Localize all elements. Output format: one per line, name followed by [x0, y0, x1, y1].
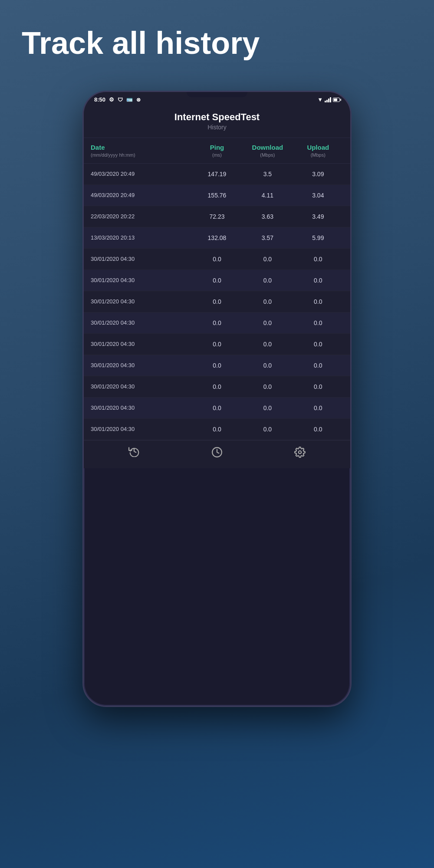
- cell-date: 30/01/2020 04:30: [91, 383, 192, 390]
- cell-ping: 0.0: [192, 277, 242, 284]
- table-rows-container: 49/03/2020 20:49 147.19 3.5 3.09 49/03/2…: [84, 164, 350, 440]
- cell-ping: 0.0: [192, 383, 242, 390]
- nav-speedtest[interactable]: [211, 447, 223, 459]
- col-header-download: Download (Mbps): [242, 143, 293, 158]
- cell-ping: 0.0: [192, 404, 242, 411]
- cell-date: 30/01/2020 04:30: [91, 362, 192, 369]
- wifi-icon: ▼: [317, 96, 323, 103]
- svg-point-1: [299, 451, 302, 454]
- table-row: 30/01/2020 04:30 0.0 0.0 0.0: [84, 419, 350, 440]
- cell-download: 3.57: [242, 234, 293, 241]
- table-row: 30/01/2020 04:30 0.0 0.0 0.0: [84, 376, 350, 398]
- cell-date: 30/01/2020 04:30: [91, 298, 192, 305]
- cell-date: 30/01/2020 04:30: [91, 277, 192, 284]
- battery-icon: [333, 98, 340, 102]
- table-row: 30/01/2020 04:30 0.0 0.0 0.0: [84, 355, 350, 376]
- nav-history[interactable]: [128, 446, 140, 460]
- phone-mockup: 8:50 ⚙ 🛡 🪪 ⊗ ▼: [82, 91, 352, 707]
- cell-upload: 0.0: [293, 319, 343, 326]
- cell-ping: 0.0: [192, 256, 242, 263]
- cell-date: 30/01/2020 04:30: [91, 341, 192, 348]
- shield-icon: 🛡: [118, 97, 123, 103]
- table-row: 30/01/2020 04:30 0.0 0.0 0.0: [84, 249, 350, 270]
- cell-upload: 0.0: [293, 362, 343, 369]
- col-header-upload: Upload (Mbps): [293, 143, 343, 158]
- table-row: 30/01/2020 04:30 0.0 0.0 0.0: [84, 270, 350, 291]
- table-row: 30/01/2020 04:30 0.0 0.0 0.0: [84, 398, 350, 419]
- cell-date: 30/01/2020 04:30: [91, 319, 192, 326]
- bottom-nav: [84, 440, 350, 468]
- cell-download: 0.0: [242, 319, 293, 326]
- signal-icon: [325, 97, 331, 102]
- table-row: 30/01/2020 04:30 0.0 0.0 0.0: [84, 312, 350, 334]
- cell-download: 4.11: [242, 192, 293, 199]
- table-row: 49/03/2020 20:49 147.19 3.5 3.09: [84, 164, 350, 185]
- cell-download: 0.0: [242, 404, 293, 411]
- cell-upload: 3.49: [293, 213, 343, 220]
- cell-ping: 72.23: [192, 213, 242, 220]
- cell-ping: 147.19: [192, 171, 242, 178]
- cell-upload: 5.99: [293, 234, 343, 241]
- table-row: 30/01/2020 04:30 0.0 0.0 0.0: [84, 291, 350, 312]
- phone-notch: [187, 92, 247, 97]
- cell-download: 0.0: [242, 277, 293, 284]
- cell-upload: 0.0: [293, 256, 343, 263]
- cell-ping: 132.08: [192, 234, 242, 241]
- col-header-ping: Ping (ms): [192, 143, 242, 158]
- time-display: 8:50: [94, 96, 105, 103]
- col-header-date: Date (mm/dd/yyyy hh:mm): [91, 143, 192, 158]
- table-row: 30/01/2020 04:30 0.0 0.0 0.0: [84, 334, 350, 355]
- cell-date: 22/03/2020 20:22: [91, 213, 192, 220]
- cell-upload: 0.0: [293, 341, 343, 348]
- cell-download: 0.0: [242, 426, 293, 433]
- nav-settings[interactable]: [294, 447, 306, 459]
- settings-icon: [294, 447, 306, 459]
- headline: Track all history: [0, 0, 434, 78]
- cell-download: 0.0: [242, 256, 293, 263]
- app-title: Internet SpeedTest: [92, 112, 342, 123]
- cell-ping: 0.0: [192, 298, 242, 305]
- cell-date: 30/01/2020 04:30: [91, 404, 192, 411]
- cell-download: 0.0: [242, 362, 293, 369]
- cell-ping: 0.0: [192, 319, 242, 326]
- cell-date: 13/03/2020 20:13: [91, 234, 192, 241]
- table-row: 13/03/2020 20:13 132.08 3.57 5.99: [84, 227, 350, 249]
- wallet-icon: 🪪: [126, 97, 133, 103]
- ring-icon: ⊗: [136, 97, 141, 103]
- cell-upload: 0.0: [293, 404, 343, 411]
- cell-ping: 0.0: [192, 341, 242, 348]
- cell-date: 49/03/2020 20:49: [91, 171, 192, 178]
- cell-upload: 0.0: [293, 298, 343, 305]
- cell-download: 3.5: [242, 171, 293, 178]
- cell-download: 0.0: [242, 383, 293, 390]
- cell-download: 0.0: [242, 298, 293, 305]
- cell-date: 49/03/2020 20:49: [91, 192, 192, 199]
- table-row: 22/03/2020 20:22 72.23 3.63 3.49: [84, 206, 350, 227]
- status-left: 8:50 ⚙ 🛡 🪪 ⊗: [94, 96, 141, 103]
- app-header: Internet SpeedTest History: [84, 105, 350, 138]
- cell-upload: 0.0: [293, 426, 343, 433]
- cell-download: 3.63: [242, 213, 293, 220]
- cell-ping: 0.0: [192, 426, 242, 433]
- phone-container: 8:50 ⚙ 🛡 🪪 ⊗ ▼: [0, 78, 434, 707]
- cell-ping: 0.0: [192, 362, 242, 369]
- cell-ping: 155.76: [192, 192, 242, 199]
- status-right: ▼: [317, 96, 340, 103]
- table-header: Date (mm/dd/yyyy hh:mm) Ping (ms) Downlo…: [84, 138, 350, 164]
- history-table: Date (mm/dd/yyyy hh:mm) Ping (ms) Downlo…: [84, 138, 350, 440]
- table-row: 49/03/2020 20:49 155.76 4.11 3.04: [84, 185, 350, 206]
- cell-date: 30/01/2020 04:30: [91, 256, 192, 263]
- cell-upload: 0.0: [293, 277, 343, 284]
- speedtest-icon: [211, 447, 223, 459]
- gear-icon: ⚙: [109, 96, 114, 103]
- cell-upload: 3.04: [293, 192, 343, 199]
- cell-download: 0.0: [242, 341, 293, 348]
- cell-date: 30/01/2020 04:30: [91, 426, 192, 433]
- cell-upload: 3.09: [293, 171, 343, 178]
- cell-upload: 0.0: [293, 383, 343, 390]
- history-icon: [128, 446, 140, 460]
- app-subtitle: History: [92, 124, 342, 131]
